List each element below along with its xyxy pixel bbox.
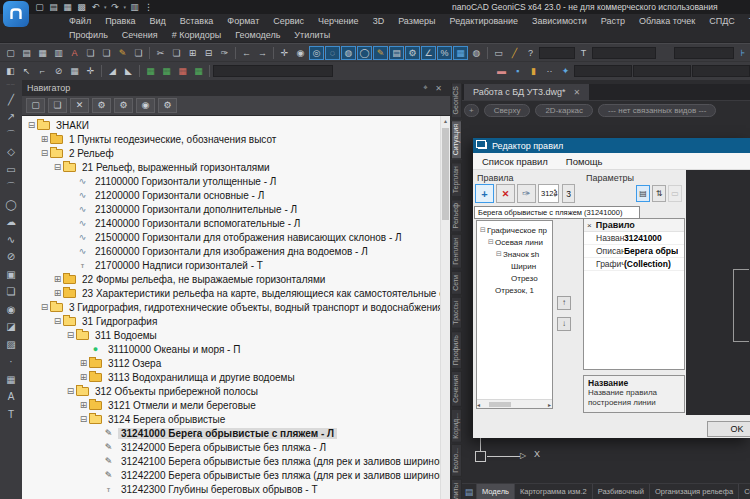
open-icon[interactable]: ▤ <box>19 46 34 60</box>
expander-icon[interactable]: ⊞ <box>78 372 89 382</box>
zoom-realtime-icon[interactable]: ◉ <box>293 46 308 60</box>
layout-tab[interactable]: Организация рельефа <box>650 484 739 499</box>
cut-icon[interactable]: ✂ <box>153 46 168 60</box>
workspace-tab[interactable]: Трассы <box>451 297 462 329</box>
workspace-tab[interactable]: Сети <box>451 271 462 295</box>
customize-icon[interactable]: ⋮ <box>143 1 154 13</box>
rule-tree-hscrollbar[interactable]: ◂ ▸ <box>477 399 552 408</box>
settings-b-icon[interactable]: ⚙ <box>114 98 133 113</box>
expander-icon[interactable]: ⊟ <box>26 120 37 130</box>
menu-item[interactable]: Топоплан <box>742 16 750 26</box>
workspace-tab[interactable]: Геоло... <box>451 444 462 477</box>
workspace-tab[interactable]: Корид... <box>451 409 462 443</box>
workspace-tab[interactable]: Генплан <box>451 234 462 269</box>
copy-props-icon[interactable]: ◧ <box>3 64 18 78</box>
property-category[interactable]: × Правило <box>584 219 684 232</box>
close-tab-icon[interactable]: ✕ <box>573 88 580 97</box>
workspace-tab[interactable]: Сечения <box>451 371 462 407</box>
menu-item[interactable]: 3D <box>366 16 392 26</box>
scroll-right-icon[interactable]: ▸ <box>548 401 551 408</box>
ellipse-icon[interactable]: ⊘ <box>7 250 15 263</box>
expander-icon[interactable]: ⊟ <box>487 238 495 246</box>
delete-item-icon[interactable]: ✕ <box>70 98 89 113</box>
dialog-title-bar[interactable]: Редактор правил <box>473 138 750 153</box>
rule-code-spinner[interactable]: 3124 ▲▼ <box>538 184 559 203</box>
grid-icon[interactable]: ▦ <box>67 64 82 78</box>
scrollbar-thumb[interactable] <box>442 128 449 220</box>
sheet-note-icon[interactable]: ▦ <box>191 64 206 78</box>
toolbar-field[interactable] <box>674 47 734 59</box>
expander-icon[interactable]: ⊟ <box>65 330 76 340</box>
print-icon[interactable]: ▥ <box>51 46 66 60</box>
undo-arrow-icon[interactable]: ← <box>239 46 254 60</box>
view-pill[interactable]: --- нет связанных видов --- <box>598 104 716 117</box>
mtext-icon[interactable]: Т <box>8 408 14 421</box>
layout-tab[interactable]: Разбивочный <box>593 484 650 499</box>
measure-icon[interactable]: ∠ <box>421 46 436 60</box>
expander-icon[interactable]: ⊞ <box>39 134 50 144</box>
scroll-left-icon[interactable]: ◂ <box>477 401 480 408</box>
menu-item[interactable]: # Коридоры <box>165 30 229 40</box>
corner-a-icon[interactable]: ◢ <box>105 64 120 78</box>
menu-item[interactable]: Вставка <box>173 16 220 26</box>
expander-icon[interactable]: ⊟ <box>495 250 503 258</box>
copy-block-icon[interactable]: ❏ <box>7 285 16 298</box>
layout-list-icon[interactable]: ▤ <box>462 484 477 499</box>
menu-item[interactable]: Размеры <box>391 16 442 26</box>
sheet-import-icon[interactable]: ▦ <box>143 64 158 78</box>
circle-icon[interactable]: ◯ <box>5 198 16 211</box>
tree-item[interactable]: ⊞23 Характеристики рельефа на карте, выд… <box>22 286 450 300</box>
tree-item[interactable]: ∿21300000 Горизонтали дополнительные - Л <box>22 202 450 216</box>
tree-item[interactable]: ∿21100000 Горизонтали утолщенные - Л <box>22 174 450 188</box>
toolbar-field[interactable] <box>539 47 575 59</box>
toolbar-field[interactable] <box>692 65 750 77</box>
layout-tab[interactable]: Картограмма изм.2 <box>515 484 593 499</box>
toolbar-field[interactable] <box>633 65 691 77</box>
expander-icon[interactable]: ⊟ <box>52 162 63 172</box>
sheet-excel-icon[interactable]: ▦ <box>175 64 190 78</box>
tree-item[interactable]: ✎31242200 Берега обрывистые без пляжа (д… <box>22 468 450 482</box>
arc-icon[interactable]: ⌒ <box>6 180 16 193</box>
dots-icon[interactable]: ·· <box>542 64 557 78</box>
expander-icon[interactable]: ⊟ <box>78 414 89 424</box>
hscroll-thumb[interactable] <box>489 402 511 407</box>
document-tab[interactable]: Работа с БД УТ3.dwg* ✕ <box>464 84 589 100</box>
zoom-all-icon[interactable]: ◯ <box>357 46 372 60</box>
menu-help[interactable]: Помощь <box>557 156 612 167</box>
eraser-icon[interactable]: ▬ <box>494 64 509 78</box>
property-row[interactable]: ОписанБерега обры <box>584 245 684 258</box>
tree-item[interactable]: ✎31242000 Берега обрывистые без пляжа - … <box>22 440 450 454</box>
rule-tree-item[interactable]: Отрезо <box>477 272 552 284</box>
menu-item[interactable]: Правка <box>98 16 142 26</box>
copy-item-icon[interactable]: ❏ <box>48 98 67 113</box>
table-icon[interactable]: ▦ <box>453 46 468 60</box>
menu-item[interactable]: Файл <box>62 16 98 26</box>
slope-icon[interactable]: ╱ <box>507 46 522 60</box>
zoom-window-icon[interactable]: ◎ <box>309 46 324 60</box>
rule-tree-item[interactable]: Отрезок, 1 <box>477 284 552 296</box>
preview-icon[interactable]: A <box>67 46 82 60</box>
bucket-icon[interactable]: ▮ <box>526 64 541 78</box>
tree-item[interactable]: ∿21600000 Горизонтали для изображения дн… <box>22 244 450 258</box>
expander-icon[interactable]: ⊟ <box>479 226 487 234</box>
menu-item[interactable]: СПДС <box>702 16 742 26</box>
scroll-up-icon[interactable]: ▴ <box>441 117 450 124</box>
tsquare-icon[interactable]: ⊦ <box>735 46 750 60</box>
region-icon[interactable]: ◪ <box>6 320 15 333</box>
tree-item[interactable]: ⊟31 Гидрография <box>22 314 450 328</box>
options-gear-icon[interactable]: ⚙ <box>158 98 177 113</box>
tree-item[interactable]: ∿21500000 Горизонтали для отображения на… <box>22 230 450 244</box>
rule-combobox-tooltip[interactable]: Берега обрывистые с пляжем (31241000) <box>474 206 640 219</box>
swatch-blue-icon[interactable]: ▪ <box>510 64 525 78</box>
redo-caret-icon[interactable]: ▾ <box>124 4 127 10</box>
ok-button[interactable]: OK <box>707 421 750 437</box>
zoom-dynamic-icon[interactable]: ◌ <box>325 46 340 60</box>
paste-icon[interactable]: ⊞ <box>185 46 200 60</box>
add-rule-button[interactable]: + <box>475 184 494 203</box>
menu-item[interactable]: Вид <box>143 16 173 26</box>
properties-icon[interactable]: ▤ <box>389 46 404 60</box>
rule-tree-item[interactable]: ⊟Осевая лини <box>477 236 552 248</box>
view-pill[interactable]: Сверху <box>484 104 531 117</box>
table-icon[interactable]: ▦ <box>6 373 15 386</box>
line-icon[interactable]: ╱ <box>8 93 14 106</box>
